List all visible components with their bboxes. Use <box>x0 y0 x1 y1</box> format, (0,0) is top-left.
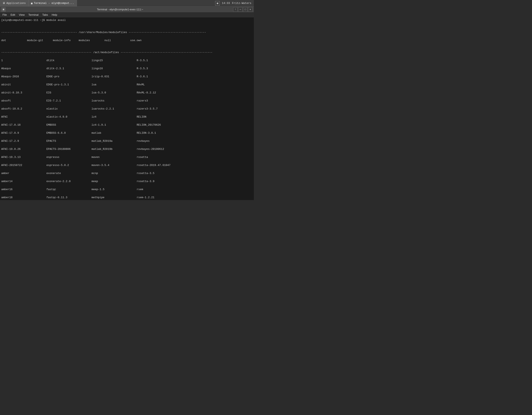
menu-file[interactable]: File <box>1 13 9 17</box>
module-row: absoft-18.0.2 elastix luarocks-2.2.1 raz… <box>1 107 253 111</box>
applications-menu[interactable]: 🖥 Applications <box>0 0 28 6</box>
title-bar-controls: ↑ ─ □ ✕ <box>233 7 254 12</box>
module-row: amber18 fastqc-0.11.3 methpipe rsem-1.2.… <box>1 196 253 200</box>
minimize-button[interactable]: ─ <box>238 7 243 12</box>
taskbar-time: 14:33 <box>222 2 230 5</box>
module-row: Abaqus dtitk-2.3.1 lingo16 R-3.5.3 <box>1 66 253 71</box>
menu-tabs[interactable]: Tabs <box>40 13 49 17</box>
module-row: amber14 exonerate-2.2.0 meep rosetta-3.9 <box>1 179 253 184</box>
terminal-taskbar-label: Terminal - elyn@comput... <box>34 2 74 5</box>
module-row: amber exonerate mcnp rosetta-3.5 <box>1 171 253 175</box>
prompt-line: [elyn@compute1-exec-111 ~]$ module avail <box>1 18 253 22</box>
taskbar: 🖥 Applications ▣ Terminal - elyn@comput.… <box>0 0 254 7</box>
module-row: abinit EDGE-pro-1.3.1 lua RAxML <box>1 83 253 87</box>
module-row: AFNI-20150722 espresso-5.0.2 maven-3.5.4… <box>1 163 253 167</box>
module-row: absoft EIG-7.2.1 luarocks razers3 <box>1 99 253 103</box>
terminal-taskbar-button[interactable]: ▣ Terminal - elyn@comput... <box>28 0 77 6</box>
module-row: AFNI-17.0.18 EMBOSS lz4-1.9.1 RELION_201… <box>1 123 253 127</box>
module-row: abinit-8.10.3 EIG lua-5.3.0 RAxML-8.2.12 <box>1 91 253 95</box>
separator-line-1: ----------------------------------------… <box>1 30 253 35</box>
module-row: amber16 fastqc meep-1.5 rsem <box>1 188 253 192</box>
module-row: AFNI elastix-4.9.0 lz4 RELION <box>1 115 253 119</box>
scroll-up-button[interactable]: ↑ <box>233 7 238 12</box>
applications-label: Applications <box>6 2 26 5</box>
separator-line-2: ----------------------------------------… <box>1 50 253 55</box>
maximize-button[interactable]: □ <box>243 7 247 12</box>
module-row-base: dot module-git module-info modules null … <box>1 38 253 43</box>
menu-terminal[interactable]: Terminal <box>27 13 40 17</box>
module-row: Abaqus-2016 EDGE-pro lrzip-0.631 R-3.6.1 <box>1 75 253 79</box>
menu-view[interactable]: View <box>17 13 26 17</box>
module-row: AFNI-17.2.9 EPACTS matlab_R2019a revbaye… <box>1 139 253 143</box>
menu-help[interactable]: Help <box>50 13 59 17</box>
menu-bar: File Edit View Terminal Tabs Help <box>0 12 254 17</box>
close-button[interactable]: ✕ <box>248 7 253 12</box>
title-bar-title: Terminal - elyn@compute1-exec-111:~ <box>7 8 233 11</box>
applications-icon: 🖥 <box>2 2 5 5</box>
terminal-content[interactable]: [elyn@compute1-exec-111 ~]$ module avail… <box>0 17 254 200</box>
module-row: AFNI-17.0.9 EMBOSS-6.6.0 matlab RELION-3… <box>1 131 253 135</box>
terminal-taskbar-icon: ▣ <box>31 2 33 5</box>
menu-edit[interactable]: Edit <box>9 13 17 17</box>
taskbar-display-icon[interactable]: ▦ <box>215 1 220 6</box>
taskbar-right: ▦ 14:33 Fritz-Waters <box>213 1 254 6</box>
taskbar-user: Fritz-Waters <box>232 2 251 5</box>
title-bar: ▣ Terminal - elyn@compute1-exec-111:~ ↑ … <box>0 7 254 12</box>
module-row: AFNI-19.3.13 espresso maven rosetta <box>1 155 253 159</box>
module-row: 1 dtitk lingo15 R-3.5.1 <box>1 58 253 63</box>
module-row: AFNI-19.0.26 EPACTS-20180806 matlab_R201… <box>1 147 253 151</box>
terminal-window: ▣ Terminal - elyn@compute1-exec-111:~ ↑ … <box>0 7 254 200</box>
title-bar-icon: ▣ <box>1 7 6 12</box>
